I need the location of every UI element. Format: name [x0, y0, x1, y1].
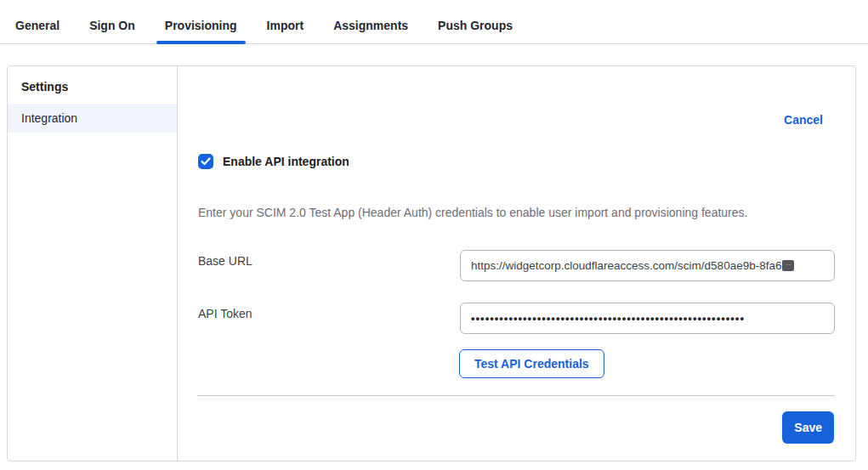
provisioning-panel: Settings Integration Cancel Enable API i… [7, 65, 856, 462]
api-token-masked-value: ••••••••••••••••••••••••••••••••••••••••… [471, 312, 745, 325]
redacted-url-block: ·· [782, 260, 794, 271]
enable-api-checkbox[interactable] [198, 154, 213, 169]
tab-general[interactable]: General [7, 19, 68, 43]
tab-sign-on[interactable]: Sign On [81, 19, 144, 43]
tab-push-groups[interactable]: Push Groups [429, 19, 521, 43]
app-tab-bar: General Sign On Provisioning Import Assi… [0, 0, 868, 44]
base-url-label: Base URL [198, 254, 252, 268]
checkmark-icon [201, 157, 211, 166]
enable-api-row: Enable API integration [198, 154, 349, 169]
test-api-credentials-button[interactable]: Test API Credentials [459, 349, 604, 378]
cancel-link[interactable]: Cancel [784, 113, 823, 127]
enable-api-label: Enable API integration [223, 155, 349, 168]
credentials-description: Enter your SCIM 2.0 Test App (Header Aut… [198, 206, 835, 219]
footer-divider [197, 395, 835, 396]
base-url-input[interactable]: https://widgetcorp.cloudflareaccess.com/… [460, 250, 835, 281]
tab-provisioning[interactable]: Provisioning [156, 19, 246, 43]
save-button[interactable]: Save [782, 411, 834, 444]
tab-import[interactable]: Import [258, 19, 313, 43]
integration-settings-form: Cancel Enable API integration Enter your… [178, 66, 855, 461]
sidebar-item-integration[interactable]: Integration [8, 104, 177, 133]
api-token-input[interactable]: ••••••••••••••••••••••••••••••••••••••••… [460, 303, 835, 334]
tab-assignments[interactable]: Assignments [325, 19, 417, 43]
base-url-value: https://widgetcorp.cloudflareaccess.com/… [471, 259, 781, 272]
sidebar-header-settings: Settings [8, 73, 177, 104]
api-token-label: API Token [198, 307, 252, 320]
settings-sidebar: Settings Integration [8, 66, 178, 461]
